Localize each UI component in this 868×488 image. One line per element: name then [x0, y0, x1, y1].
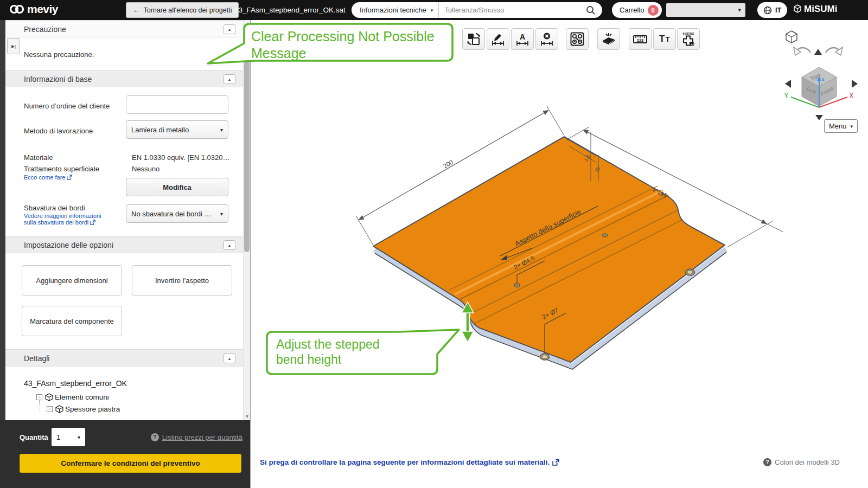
tree-node-label: Spessore piastra: [65, 405, 120, 413]
text-tool-button[interactable]: T T: [653, 28, 676, 50]
search-icon[interactable]: [586, 5, 596, 15]
materials-info-link[interactable]: Si prega di controllare la pagina seguen…: [260, 458, 559, 466]
collapse-minus-icon[interactable]: −: [36, 394, 42, 400]
rotate-ccw-icon[interactable]: [794, 47, 810, 55]
chevron-down-icon: ▾: [431, 8, 433, 13]
scroll-down-icon[interactable]: ▼: [244, 414, 251, 419]
back-arrow-icon: ←: [133, 7, 140, 14]
tree-node-common[interactable]: − Elementi comuni: [36, 393, 109, 401]
method-select[interactable]: Lamiera di metallo ▾: [126, 120, 228, 139]
edit-dimension-button[interactable]: [487, 28, 509, 50]
dimension-text-icon: A: [515, 32, 529, 46]
part-marking-button[interactable]: Marcatura del componente: [22, 306, 122, 336]
section-options-header: Impostazione delle opzioni ▲: [5, 236, 243, 253]
order-number-input[interactable]: [126, 95, 228, 114]
material-label: Materiale: [24, 153, 53, 162]
text-tool-icon: T T: [657, 31, 672, 47]
deburr-select[interactable]: No sbavatura dei bordi … ▾: [126, 204, 228, 223]
how-to-link[interactable]: Ecco come fare: [24, 174, 72, 181]
cart-button[interactable]: Carrello 0: [612, 2, 662, 18]
top-bar: meviy ← Tornare all'elenco dei progetti …: [0, 0, 868, 20]
materials-note-label: Si prega di controllare la pagina seguen…: [260, 458, 550, 466]
collapse-minus-icon[interactable]: −: [47, 406, 53, 412]
svg-text:6VIEWS: 6VIEWS: [683, 32, 694, 35]
material-value: EN 1.0330 equiv. [EN 1.0320…: [132, 153, 229, 162]
collapse-button[interactable]: ▲: [224, 74, 235, 84]
meviy-logo-icon: [9, 3, 25, 16]
deburr-info-link[interactable]: Vedere maggiori informazioni sulla sbava…: [24, 213, 101, 226]
meviy-logo[interactable]: meviy: [9, 3, 58, 16]
deburr-value: No sbavatura dei bordi …: [131, 210, 211, 218]
sidebar-collapse-handle[interactable]: ▶|: [7, 38, 20, 54]
language-selector[interactable]: IT: [757, 2, 787, 18]
triangle-up-icon: ▲: [228, 78, 232, 81]
section-title: Informazioni di base: [24, 70, 92, 88]
rotate-down-arrow[interactable]: [815, 115, 823, 120]
surface-treatment-value: Nessuno: [132, 165, 159, 173]
dimension-text-button[interactable]: A: [511, 28, 534, 50]
edit-button-label: Modifica: [163, 183, 192, 191]
svg-text:z: z: [822, 76, 825, 82]
model-colors-link[interactable]: ? Colori dei modelli 3D: [763, 458, 840, 466]
tech-info-dropdown[interactable]: Informazioni tecniche ▾: [352, 6, 438, 14]
edit-material-button[interactable]: Modifica: [126, 178, 228, 196]
tree-root[interactable]: 43_FAsm_stepbend_error_OK: [24, 379, 127, 388]
iso-view-icon[interactable]: [786, 31, 797, 43]
file-name: 43_FAsm_stepbend_error_OK.sat: [234, 0, 346, 20]
back-to-projects-button[interactable]: ← Tornare all'elenco dei progetti: [126, 2, 239, 18]
quantity-select[interactable]: 1 ▾: [52, 428, 85, 446]
logo-text: meviy: [27, 3, 58, 16]
tech-info-label: Informazioni tecniche: [360, 6, 426, 14]
confirm-quote-button[interactable]: Confermare le condizioni del preventivo: [20, 454, 241, 473]
axis-triad: X Y z: [784, 76, 853, 107]
divider: [5, 66, 243, 66]
measure-icon: 123: [633, 31, 648, 47]
cube-icon: [55, 405, 63, 413]
language-label: IT: [775, 7, 781, 14]
rotate-up-arrow[interactable]: [814, 49, 822, 55]
back-button-label: Tornare all'elenco dei progetti: [144, 7, 232, 14]
replace-part-button[interactable]: [462, 28, 485, 50]
panel-handle-icon: ▶|: [11, 44, 16, 49]
external-link-icon: [552, 459, 559, 466]
search-input[interactable]: [439, 6, 586, 14]
view-menu-button[interactable]: Menu ▾: [824, 119, 858, 133]
section-title: Dettagli: [24, 350, 49, 367]
section-basic-info-header: Informazioni di base ▲: [5, 70, 243, 87]
triangle-up-icon: ▲: [228, 28, 232, 31]
search-bar: Informazioni tecniche ▾: [352, 2, 602, 18]
triangle-up-icon: ▲: [228, 243, 232, 247]
svg-text:Y: Y: [784, 93, 788, 99]
rotate-right-arrow[interactable]: [852, 80, 858, 88]
chevron-down-icon: ▾: [220, 127, 223, 133]
app-window: meviy ← Tornare all'elenco dei progetti …: [0, 0, 868, 488]
tree-node-thickness[interactable]: − Spessore piastra: [47, 405, 120, 413]
svg-text:T: T: [659, 34, 665, 44]
rotate-cw-icon[interactable]: [826, 47, 843, 55]
collapse-button[interactable]: ▲: [224, 24, 235, 34]
collapse-button[interactable]: ▲: [224, 354, 235, 363]
svg-text:A: A: [520, 33, 525, 41]
sidebar-scrollbar[interactable]: ▼: [243, 20, 250, 420]
rotate-left-arrow[interactable]: [785, 80, 791, 88]
deburr-link-line2: sulla sbavatura dei bordi: [24, 219, 88, 226]
edit-holes-button[interactable]: [566, 28, 589, 50]
price-list-link[interactable]: ? Listino prezzi per quantità: [151, 433, 242, 441]
deburring-button[interactable]: [597, 28, 620, 50]
cart-label: Carrello: [620, 6, 644, 14]
project-select[interactable]: ▾: [666, 3, 745, 17]
add-dimensions-button[interactable]: Aggiungere dimensioni: [22, 265, 122, 296]
collapse-button[interactable]: ▲: [224, 240, 235, 250]
flip-appearance-button[interactable]: Invertire l’aspetto: [132, 265, 232, 296]
replace-part-icon: [467, 32, 481, 46]
section-precaution-header: Precauzione ▲: [5, 20, 243, 37]
colors-link-label: Colori dei modelli 3D: [775, 458, 840, 466]
quote-panel: Quantità 1 ▾ ? Listino prezzi per quanti…: [0, 420, 250, 488]
chevron-down-icon: ▾: [78, 434, 80, 440]
six-views-button[interactable]: 6VIEWS: [677, 28, 700, 50]
measure-button[interactable]: 123: [629, 28, 652, 50]
section-title: Impostazione delle opzioni: [24, 236, 113, 254]
chevron-down-icon: ▾: [851, 124, 853, 129]
scrollbar-thumb[interactable]: [244, 24, 250, 252]
delete-dimension-button[interactable]: [535, 28, 558, 50]
